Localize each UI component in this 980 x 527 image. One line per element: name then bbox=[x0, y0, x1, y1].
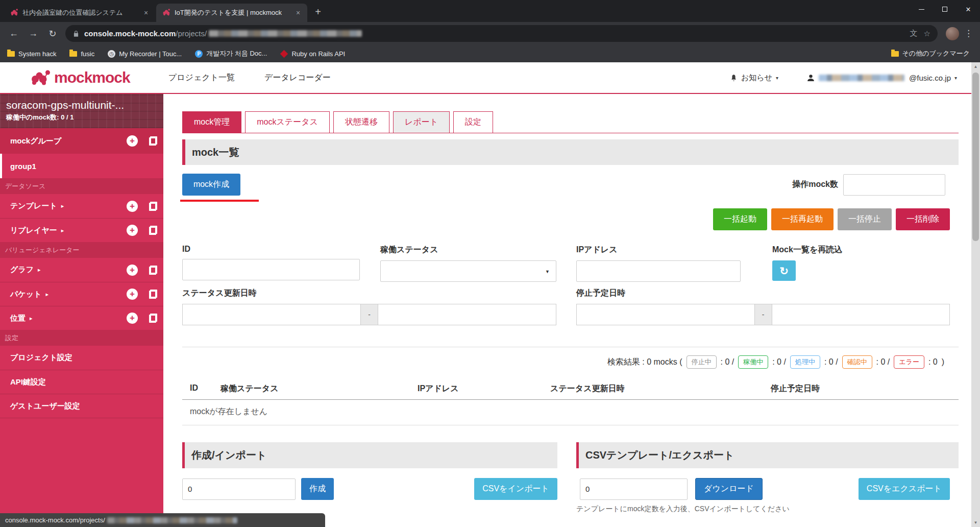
sidebar-item-graph[interactable]: グラフ▸ + bbox=[0, 258, 163, 282]
project-name: soracom-gps-multiunit-... bbox=[6, 99, 157, 111]
add-icon[interactable]: + bbox=[127, 289, 138, 300]
window-controls: ✕ bbox=[910, 0, 980, 18]
add-icon[interactable]: + bbox=[127, 265, 138, 276]
nav-project-list[interactable]: プロジェクト一覧 bbox=[168, 73, 235, 83]
batch-stop-button[interactable]: 一括停止 bbox=[838, 208, 892, 230]
copy-icon[interactable] bbox=[149, 226, 157, 235]
copy-icon[interactable] bbox=[149, 314, 157, 323]
reload-mock-list-button[interactable]: ↻ bbox=[772, 260, 796, 281]
operation-mock-count-input[interactable] bbox=[843, 174, 945, 196]
create-button[interactable]: 作成 bbox=[301, 478, 334, 500]
notifications-label: お知らせ bbox=[741, 73, 772, 83]
menu-kebab-icon[interactable]: ⋮ bbox=[964, 28, 973, 39]
add-icon[interactable]: + bbox=[127, 135, 138, 147]
tab-mock-management[interactable]: mock管理 bbox=[182, 111, 241, 133]
add-icon[interactable]: + bbox=[127, 201, 138, 212]
sidebar-item-label: テンプレート bbox=[10, 201, 57, 211]
chevron-right-icon: ▸ bbox=[61, 203, 64, 209]
back-icon[interactable]: ← bbox=[6, 26, 21, 41]
csv-import-button[interactable]: CSVをインポート bbox=[474, 478, 557, 500]
download-button[interactable]: ダウンロード bbox=[695, 478, 763, 500]
bookmark-fusic[interactable]: fusic bbox=[69, 50, 94, 58]
sidebar-item-packet[interactable]: パケット▸ + bbox=[0, 282, 163, 306]
batch-start-button[interactable]: 一括起動 bbox=[713, 208, 767, 230]
copy-icon[interactable] bbox=[149, 266, 157, 275]
bookmark-docs[interactable]: P개발자가 처음 Doc... bbox=[195, 49, 267, 58]
other-bookmarks[interactable]: その他のブックマーク bbox=[891, 49, 970, 58]
sidebar-item-project-settings[interactable]: プロジェクト設定 bbox=[0, 346, 163, 370]
close-button[interactable]: ✕ bbox=[957, 0, 980, 18]
batch-delete-button[interactable]: 一括削除 bbox=[896, 208, 950, 230]
status-url-blurred bbox=[107, 517, 237, 523]
tab-close-icon[interactable]: × bbox=[294, 9, 302, 17]
new-tab-button[interactable]: + bbox=[310, 5, 326, 20]
copy-icon[interactable] bbox=[149, 202, 157, 211]
status-updated-to-input[interactable] bbox=[378, 304, 556, 325]
mockmock-favicon bbox=[10, 8, 18, 18]
chevron-right-icon: ▸ bbox=[30, 315, 33, 322]
create-import-section: 作成/インポート 作成 CSVをインポート bbox=[182, 442, 557, 514]
tab-report[interactable]: レポート bbox=[393, 111, 450, 133]
nav-data-recorder[interactable]: データレコーダー bbox=[264, 73, 331, 83]
sidebar-item-label: プロジェクト設定 bbox=[10, 353, 72, 363]
scroll-up-icon[interactable]: ▲ bbox=[971, 62, 980, 71]
add-icon[interactable]: + bbox=[127, 225, 138, 236]
batch-restart-button[interactable]: 一括再起動 bbox=[771, 208, 834, 230]
bookmark-my-recorder[interactable]: ◷My Recorder | Touc... bbox=[108, 50, 182, 58]
star-icon[interactable]: ☆ bbox=[924, 29, 930, 38]
add-icon[interactable]: + bbox=[127, 313, 138, 324]
status-url: console.mock-mock.com/projects/ bbox=[5, 516, 105, 524]
recorder-icon: ◷ bbox=[108, 50, 115, 58]
scheduled-stop-to-input[interactable] bbox=[772, 304, 950, 325]
scrollbar-thumb[interactable] bbox=[972, 73, 979, 241]
chevron-right-icon: ▸ bbox=[61, 227, 64, 234]
csv-template-export-section: CSVテンプレート/エクスポート ダウンロード CSVをエクスポート テンプレー… bbox=[576, 442, 959, 514]
status-badge-processing: 処理中 bbox=[790, 355, 820, 369]
profile-avatar[interactable] bbox=[946, 27, 959, 40]
create-count-input[interactable] bbox=[182, 478, 296, 500]
sidebar-filler bbox=[0, 418, 163, 527]
forward-icon[interactable]: → bbox=[26, 26, 41, 41]
browser-tab-1[interactable]: 社内会議室鍵の位置確認システム × bbox=[4, 4, 155, 22]
ip-filter-input[interactable] bbox=[576, 260, 741, 282]
status-updated-from-input[interactable] bbox=[182, 304, 361, 325]
bookmark-system-hack[interactable]: System hack bbox=[7, 50, 56, 58]
maximize-button[interactable] bbox=[933, 0, 957, 18]
address-bar[interactable]: console.mock-mock.com/projects/ 文 ☆ bbox=[65, 25, 938, 42]
reload-icon[interactable]: ↻ bbox=[45, 26, 60, 41]
sidebar-item-guest-user-settings[interactable]: ゲストユーザー設定 bbox=[0, 394, 163, 418]
sidebar-item-mock-group[interactable]: mockグループ + bbox=[0, 128, 163, 154]
copy-icon[interactable] bbox=[149, 290, 157, 299]
tab-settings[interactable]: 設定 bbox=[453, 111, 493, 133]
tab-state-transition[interactable]: 状態遷移 bbox=[333, 111, 389, 133]
notifications-menu[interactable]: お知らせ ▾ bbox=[730, 73, 778, 83]
status-badge-error: エラー bbox=[894, 355, 924, 369]
translate-icon[interactable]: 文 bbox=[910, 29, 918, 38]
create-mock-button[interactable]: mock作成 bbox=[182, 174, 240, 196]
sidebar-item-api-key-settings[interactable]: API鍵設定 bbox=[0, 370, 163, 394]
tab-close-icon[interactable]: × bbox=[142, 9, 150, 17]
sidebar-item-location[interactable]: 位置▸ + bbox=[0, 306, 163, 330]
column-header-id: ID bbox=[190, 384, 220, 394]
template-count-input[interactable] bbox=[580, 478, 688, 500]
scheduled-stop-from-input[interactable] bbox=[576, 304, 755, 325]
account-menu[interactable]: @fusic.co.jp ▾ bbox=[806, 74, 957, 82]
bell-icon bbox=[730, 74, 738, 82]
minimize-button[interactable] bbox=[910, 0, 933, 18]
bookmark-ruby-api[interactable]: Ruby on Rails API bbox=[280, 50, 345, 58]
sidebar-item-group1[interactable]: group1 bbox=[0, 154, 163, 178]
csv-export-button[interactable]: CSVをエクスポート bbox=[859, 478, 950, 500]
page-scrollbar[interactable]: ▲ ▼ bbox=[971, 62, 980, 527]
user-icon bbox=[806, 74, 815, 82]
sidebar-item-template[interactable]: テンプレート▸ + bbox=[0, 194, 163, 218]
mockmock-logo[interactable]: mockmock bbox=[30, 69, 130, 86]
scroll-down-icon[interactable]: ▼ bbox=[971, 518, 980, 527]
badge-count: : 0 bbox=[928, 357, 938, 367]
browser-tab-2-active[interactable]: IoT開発のテストを支援 | mockmock × bbox=[156, 4, 307, 22]
id-filter-input[interactable] bbox=[182, 259, 360, 280]
copy-icon[interactable] bbox=[149, 136, 157, 146]
status-filter-select[interactable]: ▼ bbox=[380, 260, 556, 282]
sidebar-item-replayer[interactable]: リプレイヤー▸ + bbox=[0, 218, 163, 242]
bookmark-label: Ruby on Rails API bbox=[291, 50, 345, 58]
tab-mock-status[interactable]: mockステータス bbox=[245, 111, 330, 133]
